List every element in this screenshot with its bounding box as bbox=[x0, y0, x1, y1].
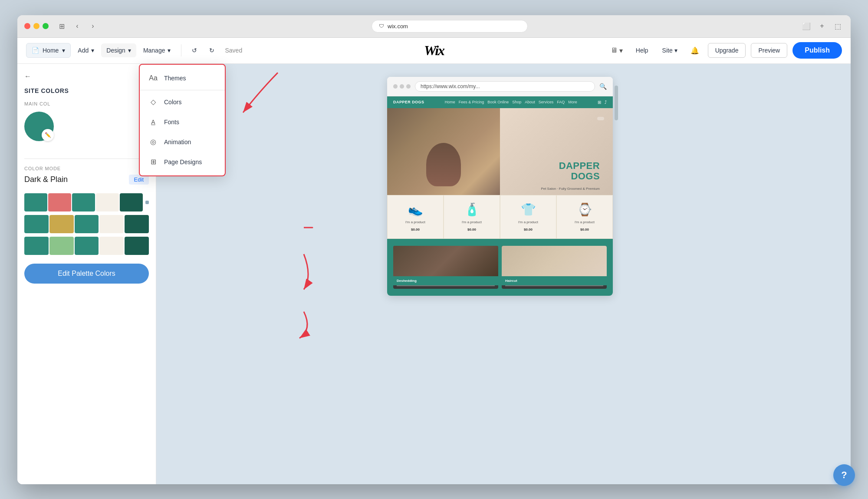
product-card-2: 🧴 I'm a product $0.00 bbox=[444, 195, 500, 239]
bell-icon: 🔔 bbox=[690, 46, 699, 55]
back-icon[interactable]: ‹ bbox=[71, 20, 83, 32]
notifications-button[interactable]: 🔔 bbox=[687, 43, 703, 58]
color-mode-row: Dark & Plain Edit bbox=[24, 175, 149, 185]
help-button[interactable]: Help bbox=[631, 44, 653, 56]
undo-button[interactable]: ↺ bbox=[187, 43, 202, 57]
nav-shop: Shop bbox=[512, 100, 521, 104]
site-label: Site bbox=[662, 47, 673, 54]
add-chevron-icon: ▾ bbox=[91, 47, 94, 54]
traffic-lights bbox=[24, 23, 49, 29]
scrollbar-thumb[interactable] bbox=[615, 86, 618, 120]
design-chevron-icon: ▾ bbox=[128, 47, 131, 54]
product-icon-2: 🧴 bbox=[464, 202, 480, 217]
swatch-1-5 bbox=[120, 193, 143, 211]
product-price-1: $0.00 bbox=[411, 228, 420, 231]
product-name-3: I'm a product bbox=[518, 220, 538, 224]
left-panel: ← SITE COLORS MAIN COL ✏️ COLOR MODE Dar… bbox=[17, 64, 156, 484]
fonts-icon: A bbox=[148, 117, 158, 127]
nav-services: Services bbox=[539, 100, 554, 104]
swatch-3-4 bbox=[99, 237, 124, 255]
palette-row-3[interactable] bbox=[24, 237, 149, 255]
preview-browser-bar: https://www.wix.com/my... 🔍 bbox=[387, 77, 613, 96]
desktop-icon: 🖥 bbox=[611, 46, 618, 54]
animation-icon: ◎ bbox=[148, 137, 158, 147]
product-price-3: $0.00 bbox=[524, 228, 533, 231]
preview-button[interactable]: Preview bbox=[751, 43, 787, 58]
edit-palette-button[interactable]: Edit Palette Colors bbox=[24, 264, 149, 284]
palette-row-1[interactable] bbox=[24, 193, 149, 211]
device-toggle-button[interactable]: 🖥 ▾ bbox=[607, 44, 626, 57]
maximize-button[interactable] bbox=[43, 23, 49, 29]
swatch-3-5 bbox=[125, 237, 149, 255]
swatch-3-2 bbox=[49, 237, 74, 255]
product-price-4: $0.00 bbox=[580, 228, 589, 231]
preview-dot-2 bbox=[400, 84, 404, 89]
home-chevron-icon: ▾ bbox=[62, 47, 65, 54]
edit-color-icon[interactable]: ✏️ bbox=[42, 129, 54, 141]
address-bar[interactable]: 🛡 wix.com bbox=[372, 20, 528, 33]
home-dropdown[interactable]: 📄 Home ▾ bbox=[26, 43, 71, 58]
add-button[interactable]: Add ▾ bbox=[72, 43, 99, 57]
upgrade-button[interactable]: Upgrade bbox=[708, 43, 746, 58]
swatch-3-1 bbox=[24, 237, 49, 255]
themes-label: Themes bbox=[164, 75, 186, 82]
product-card-1: 👟 I'm a product $0.00 bbox=[387, 195, 444, 239]
animation-menu-item[interactable]: ◎ Animation bbox=[140, 132, 225, 152]
help-label: Help bbox=[636, 47, 648, 54]
toolbar-center: Wix bbox=[424, 43, 444, 59]
colors-menu-item[interactable]: ◇ Colors bbox=[140, 92, 225, 112]
nav-book: Book Online bbox=[487, 100, 509, 104]
swatch-2-4 bbox=[99, 215, 124, 233]
close-button[interactable] bbox=[24, 23, 30, 29]
products-grid: 👟 I'm a product $0.00 🧴 I'm a product $0… bbox=[387, 195, 613, 239]
palette-row-2[interactable] bbox=[24, 215, 149, 233]
nav-icon-2: ⤴ bbox=[605, 100, 607, 105]
manage-label: Manage bbox=[143, 47, 165, 54]
preview-dot-1 bbox=[393, 84, 398, 89]
product-price-2: $0.00 bbox=[467, 228, 476, 231]
service-card-2: Haircut bbox=[502, 246, 607, 289]
fonts-menu-item[interactable]: A Fonts bbox=[140, 112, 225, 132]
nav-icons: ⊞ ⤴ bbox=[598, 100, 607, 105]
site-logo: DAPPER DOGS bbox=[393, 100, 424, 104]
back-button[interactable]: ← bbox=[24, 73, 149, 80]
hero-section: DAPPERDOGS Pet Salon · Fully Groomed & P… bbox=[387, 108, 613, 195]
new-tab-icon[interactable]: + bbox=[816, 20, 828, 32]
manage-button[interactable]: Manage ▾ bbox=[138, 43, 176, 57]
design-button[interactable]: Design ▾ bbox=[101, 43, 136, 57]
add-label: Add bbox=[78, 47, 89, 54]
product-card-3: 👕 I'm a product $0.00 bbox=[500, 195, 556, 239]
swatch-2-3 bbox=[75, 215, 99, 233]
nav-icon-1: ⊞ bbox=[598, 100, 601, 105]
publish-button[interactable]: Publish bbox=[792, 42, 842, 59]
preview-search-icon: 🔍 bbox=[599, 83, 607, 90]
themes-menu-item[interactable]: Aa Themes bbox=[140, 68, 225, 88]
url-text: wix.com bbox=[388, 23, 408, 30]
product-name-4: I'm a product bbox=[575, 220, 595, 224]
browser-nav-icons: ⊞ ‹ › bbox=[56, 20, 99, 32]
help-circle-button[interactable]: ? bbox=[833, 464, 855, 486]
color-mode-label: COLOR MODE bbox=[24, 166, 149, 171]
share-icon[interactable]: ⬜ bbox=[800, 20, 812, 32]
forward-icon[interactable]: › bbox=[87, 20, 99, 32]
minimize-button[interactable] bbox=[33, 23, 39, 29]
undo-redo: ↺ ↻ bbox=[187, 43, 220, 57]
redo-button[interactable]: ↻ bbox=[204, 43, 220, 57]
site-nav-links: Home Fees & Pricing Book Online Shop Abo… bbox=[445, 100, 577, 104]
colors-label: Colors bbox=[164, 99, 181, 106]
swatch-1-3 bbox=[72, 193, 95, 211]
main-color-swatch[interactable]: ✏️ bbox=[24, 112, 54, 141]
palette-swatches-2 bbox=[24, 215, 149, 233]
deshedding-image bbox=[393, 246, 498, 276]
page-designs-menu-item[interactable]: ⊞ Page Designs bbox=[140, 152, 225, 172]
help-question-mark: ? bbox=[841, 469, 847, 481]
divider bbox=[24, 159, 149, 159]
swatch-2-1 bbox=[24, 215, 49, 233]
menu-divider bbox=[140, 90, 225, 90]
swatch-1-1 bbox=[24, 193, 47, 211]
toolbar-right: 🖥 ▾ Help Site ▾ 🔔 Upgrade Preview Publis… bbox=[607, 42, 842, 59]
fonts-label: Fonts bbox=[164, 119, 179, 126]
sidebar-toggle-icon[interactable]: ⊞ bbox=[56, 20, 68, 32]
site-dropdown-button[interactable]: Site ▾ bbox=[658, 44, 682, 56]
tabs-icon[interactable]: ⬚ bbox=[832, 20, 844, 32]
